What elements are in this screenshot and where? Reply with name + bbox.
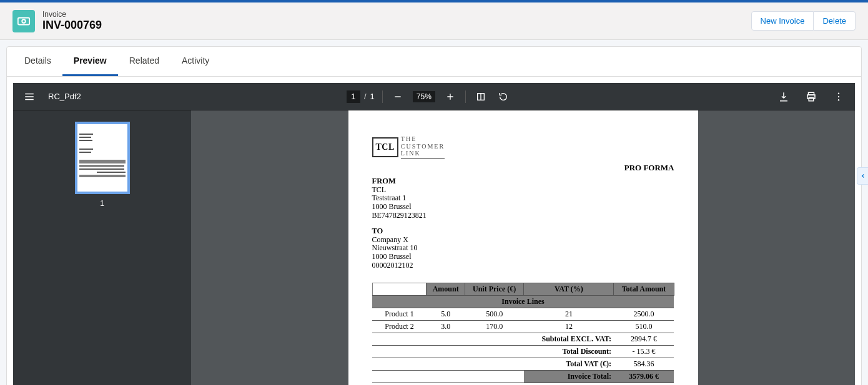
rotate-icon[interactable] <box>496 92 511 102</box>
print-icon[interactable] <box>804 91 819 102</box>
tab-related[interactable]: Related <box>118 47 170 76</box>
more-icon[interactable] <box>831 91 846 102</box>
page-counter: / 1 <box>347 90 375 103</box>
pdf-thumbnail-sidebar: 1 <box>13 110 191 385</box>
tab-activity[interactable]: Activity <box>170 47 220 76</box>
record-title: INV-000769 <box>42 19 751 32</box>
invoice-table: Amount Unit Price (€) VAT (%) Total Amou… <box>372 283 674 383</box>
menu-icon[interactable] <box>22 91 37 102</box>
svg-point-6 <box>838 92 839 94</box>
pdf-page: TCL THE CUSTOMER LINK PRO FORMA FROM TCL <box>348 110 698 385</box>
page-header: Invoice INV-000769 New Invoice Delete <box>0 2 868 40</box>
invoice-icon <box>12 10 35 32</box>
tabs: Details Preview Related Activity <box>7 47 861 77</box>
to-label: TO <box>372 227 674 236</box>
zoom-level: 75% <box>413 91 435 102</box>
thumbnail-label: 1 <box>100 199 104 208</box>
page-total: 1 <box>370 92 375 101</box>
document-type: PRO FORMA <box>372 163 674 173</box>
zoom-in-icon[interactable] <box>443 92 458 102</box>
page-current-input[interactable] <box>347 90 360 103</box>
pdf-filename: RC_Pdf2 <box>48 92 81 101</box>
company-logo-text: THE CUSTOMER LINK <box>401 135 445 159</box>
svg-rect-0 <box>18 17 29 24</box>
utility-dock-toggle[interactable] <box>857 167 868 185</box>
pdf-toolbar: RC_Pdf2 / 1 75% <box>13 83 855 110</box>
record-type-label: Invoice <box>42 10 751 19</box>
page-thumbnail[interactable] <box>75 122 130 194</box>
download-icon[interactable] <box>776 91 791 102</box>
company-logo-abbr: TCL <box>372 137 398 157</box>
svg-point-8 <box>838 99 839 100</box>
svg-point-7 <box>838 95 839 97</box>
from-label: FROM <box>372 177 674 186</box>
svg-point-1 <box>22 19 26 23</box>
pdf-viewport[interactable]: TCL THE CUSTOMER LINK PRO FORMA FROM TCL <box>191 110 855 385</box>
table-row: Product 1 5.0 500.0 21 2500.0 <box>372 308 674 320</box>
delete-button[interactable]: Delete <box>814 11 856 31</box>
fit-page-icon[interactable] <box>473 92 488 102</box>
table-row: Product 2 3.0 170.0 12 510.0 <box>372 320 674 333</box>
new-invoice-button[interactable]: New Invoice <box>751 11 814 31</box>
zoom-out-icon[interactable] <box>390 92 405 102</box>
tab-details[interactable]: Details <box>13 47 62 76</box>
tab-preview[interactable]: Preview <box>62 47 118 76</box>
